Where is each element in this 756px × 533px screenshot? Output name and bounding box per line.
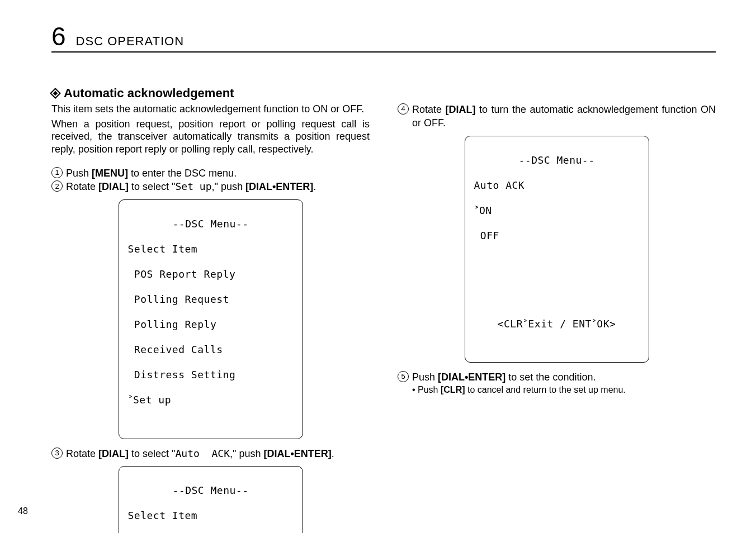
lcd-screen-2: --DSC Menu-- Select Item Add:Group ID DE… xyxy=(119,466,303,533)
intro-paragraph-2: When a position request, position report… xyxy=(51,118,370,156)
lcd3-footer: <CLR˃Exit / ENT˃OK> xyxy=(474,318,640,331)
lcd-screen-3-wrap: --DSC Menu-- Auto ACK ˃ON OFF <CLR˃Exit … xyxy=(398,136,716,363)
lcd-screen-3: --DSC Menu-- Auto ACK ˃ON OFF <CLR˃Exit … xyxy=(465,136,649,363)
lcd1-line: Polling Reply xyxy=(128,318,294,331)
page-number: 48 xyxy=(18,506,28,516)
left-column: Automatic acknowledgement This item sets… xyxy=(51,86,370,533)
intro-paragraph-1: This item sets the automatic acknowledge… xyxy=(51,103,370,116)
lcd3-title: --DSC Menu-- xyxy=(474,154,640,167)
lcd-screen-1-wrap: --DSC Menu-- Select Item POS Report Repl… xyxy=(51,199,370,439)
step-3: 3 Rotate [DIAL] to select "Auto ACK," pu… xyxy=(51,447,370,460)
lcd3-line: ˃ON xyxy=(474,204,640,217)
step-5-substep: • Push [CLR] to cancel and return to the… xyxy=(412,384,716,396)
diamond-icon xyxy=(50,88,61,99)
lcd3-line: OFF xyxy=(474,230,640,242)
lcd1-title: --DSC Menu-- xyxy=(128,218,294,231)
section-heading-text: Automatic acknowledgement xyxy=(64,86,234,101)
step-number-1: 1 xyxy=(51,167,63,178)
lcd1-line: POS Report Reply xyxy=(128,268,294,281)
section-heading: Automatic acknowledgement xyxy=(51,86,370,101)
chapter-title: DSC OPERATION xyxy=(76,34,185,49)
lcd1-line: ˃Set up xyxy=(128,394,294,407)
step-5-substep-text: • Push [CLR] to cancel and return to the… xyxy=(412,384,716,396)
lcd2-title: --DSC Menu-- xyxy=(128,484,294,497)
lcd-screen-2-wrap: --DSC Menu-- Select Item Add:Group ID DE… xyxy=(51,466,370,533)
chapter-header: 6 DSC OPERATION xyxy=(51,23,716,53)
step-2: 2 Rotate [DIAL] to select "Set up," push… xyxy=(51,180,370,193)
step-number-3: 3 xyxy=(51,448,63,459)
lcd1-line: Distress Setting xyxy=(128,369,294,382)
step-number-2: 2 xyxy=(51,180,63,192)
step-2-text: Rotate [DIAL] to select "Set up," push [… xyxy=(66,180,370,193)
step-number-5: 5 xyxy=(398,371,409,382)
step-1: 1 Push [MENU] to enter the DSC menu. xyxy=(51,166,370,180)
step-3-text: Rotate [DIAL] to select "Auto ACK," push… xyxy=(66,447,370,460)
columns: Automatic acknowledgement This item sets… xyxy=(51,86,716,533)
lcd-screen-1: --DSC Menu-- Select Item POS Report Repl… xyxy=(119,199,303,439)
step-number-4: 4 xyxy=(398,103,409,115)
step-4: 4 Rotate [DIAL] to turn the automatic ac… xyxy=(398,103,716,130)
step-4-text: Rotate [DIAL] to turn the automatic ackn… xyxy=(412,103,716,130)
lcd1-line: Polling Request xyxy=(128,293,294,306)
right-column: 4 Rotate [DIAL] to turn the automatic ac… xyxy=(398,86,716,533)
chapter-number: 6 xyxy=(51,23,66,49)
step-1-text: Push [MENU] to enter the DSC menu. xyxy=(66,166,370,180)
page: 6 DSC OPERATION Automatic acknowledgemen… xyxy=(0,0,756,533)
step-5: 5 Push [DIAL•ENTER] to set the condition… xyxy=(398,370,716,384)
lcd3-line: Auto ACK xyxy=(474,179,640,192)
lcd1-line: Received Calls xyxy=(128,344,294,356)
step-5-text: Push [DIAL•ENTER] to set the condition. xyxy=(412,370,716,384)
lcd1-line: Select Item xyxy=(128,243,294,256)
lcd2-line: Select Item xyxy=(128,510,294,522)
